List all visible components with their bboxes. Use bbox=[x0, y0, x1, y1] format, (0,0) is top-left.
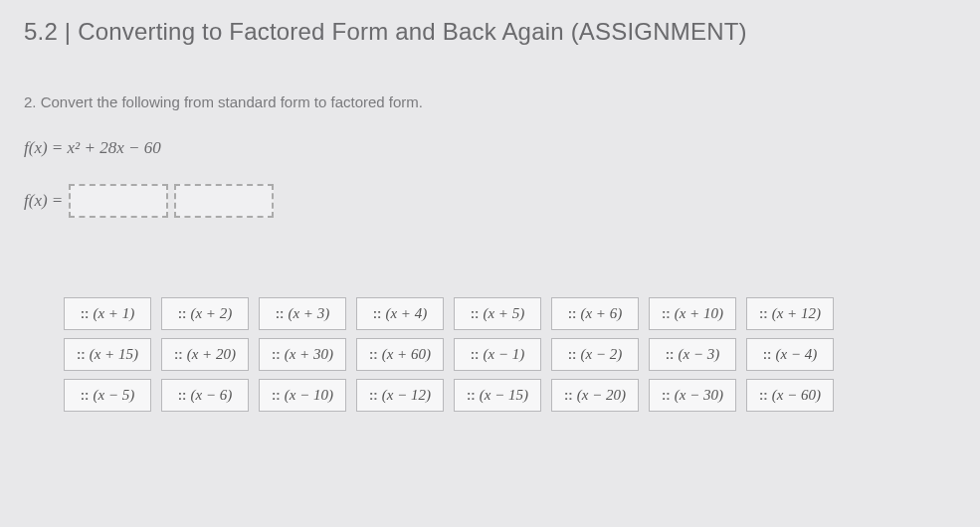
tile[interactable]: ::(x + 60) bbox=[356, 338, 444, 371]
given-formula: f(x) = x² + 28x − 60 bbox=[24, 138, 956, 158]
drag-handle-icon: :: bbox=[759, 388, 768, 403]
tile-label: (x − 30) bbox=[675, 387, 723, 403]
tile-label: (x + 60) bbox=[382, 346, 431, 362]
tile[interactable]: ::(x + 5) bbox=[454, 297, 541, 330]
tile-label: (x − 20) bbox=[577, 387, 626, 403]
tile-label: (x − 5) bbox=[93, 387, 134, 403]
drag-handle-icon: :: bbox=[77, 347, 86, 362]
tile-label: (x + 6) bbox=[580, 305, 622, 321]
tile-label: (x + 12) bbox=[772, 305, 821, 321]
tile[interactable]: ::(x − 3) bbox=[649, 338, 736, 371]
tile-label: (x + 3) bbox=[288, 305, 329, 321]
drag-handle-icon: :: bbox=[81, 388, 90, 403]
drag-handle-icon: :: bbox=[276, 306, 285, 321]
tile[interactable]: ::(x − 4) bbox=[746, 338, 834, 371]
tile-label: (x − 3) bbox=[678, 346, 719, 362]
tile[interactable]: ::(x + 10) bbox=[649, 297, 736, 330]
drop-zone-1[interactable] bbox=[69, 184, 168, 218]
tile[interactable]: ::(x − 12) bbox=[356, 379, 444, 412]
tile[interactable]: ::(x − 15) bbox=[454, 379, 541, 412]
tile[interactable]: ::(x − 30) bbox=[649, 379, 736, 412]
drag-handle-icon: :: bbox=[568, 347, 577, 362]
tile[interactable]: ::(x − 10) bbox=[259, 379, 346, 412]
tile[interactable]: ::(x + 1) bbox=[64, 297, 151, 330]
tile-label: (x + 4) bbox=[385, 305, 427, 321]
tile-label: (x + 5) bbox=[483, 305, 524, 321]
tile[interactable]: ::(x + 20) bbox=[161, 338, 249, 371]
drag-handle-icon: :: bbox=[373, 306, 382, 321]
tile[interactable]: ::(x + 30) bbox=[259, 338, 346, 371]
tile[interactable]: ::(x − 20) bbox=[551, 379, 639, 412]
answer-row: f(x) = bbox=[24, 184, 956, 218]
tile[interactable]: ::(x − 1) bbox=[454, 338, 541, 371]
tile-label: (x + 30) bbox=[285, 346, 333, 362]
question-text: Convert the following from standard form… bbox=[41, 93, 423, 110]
drag-handle-icon: :: bbox=[471, 306, 480, 321]
tile-label: (x − 1) bbox=[483, 346, 524, 362]
tile[interactable]: ::(x + 4) bbox=[356, 297, 444, 330]
tiles-row-3: ::(x − 5) ::(x − 6) ::(x − 10) ::(x − 12… bbox=[64, 379, 956, 412]
tile-label: (x − 15) bbox=[480, 387, 528, 403]
question-prompt: 2. Convert the following from standard f… bbox=[24, 93, 956, 110]
tiles-container: ::(x + 1) ::(x + 2) ::(x + 3) ::(x + 4) … bbox=[24, 297, 956, 412]
tile-label: (x + 1) bbox=[93, 305, 134, 321]
page-title: 5.2 | Converting to Factored Form and Ba… bbox=[24, 18, 956, 46]
tile-label: (x + 15) bbox=[90, 346, 138, 362]
drag-handle-icon: :: bbox=[272, 388, 281, 403]
tile-label: (x + 20) bbox=[187, 346, 236, 362]
drag-handle-icon: :: bbox=[369, 347, 378, 362]
drag-handle-icon: :: bbox=[178, 388, 187, 403]
drag-handle-icon: :: bbox=[178, 306, 187, 321]
drag-handle-icon: :: bbox=[763, 347, 772, 362]
drag-handle-icon: :: bbox=[272, 347, 281, 362]
tile[interactable]: ::(x + 12) bbox=[746, 297, 834, 330]
drag-handle-icon: :: bbox=[662, 388, 671, 403]
tile-label: (x − 2) bbox=[580, 346, 622, 362]
drag-handle-icon: :: bbox=[759, 306, 768, 321]
drag-handle-icon: :: bbox=[369, 388, 378, 403]
tile[interactable]: ::(x + 2) bbox=[161, 297, 249, 330]
tile[interactable]: ::(x − 2) bbox=[551, 338, 639, 371]
drag-handle-icon: :: bbox=[174, 347, 183, 362]
drag-handle-icon: :: bbox=[568, 306, 577, 321]
drag-handle-icon: :: bbox=[662, 306, 671, 321]
tile[interactable]: ::(x + 6) bbox=[551, 297, 639, 330]
tiles-row-1: ::(x + 1) ::(x + 2) ::(x + 3) ::(x + 4) … bbox=[64, 297, 956, 330]
tile-label: (x + 10) bbox=[675, 305, 723, 321]
tile-label: (x − 60) bbox=[772, 387, 821, 403]
tile[interactable]: ::(x + 3) bbox=[259, 297, 346, 330]
tile[interactable]: ::(x − 6) bbox=[161, 379, 249, 412]
drag-handle-icon: :: bbox=[666, 347, 675, 362]
tiles-row-2: ::(x + 15) ::(x + 20) ::(x + 30) ::(x + … bbox=[64, 338, 956, 371]
tile-label: (x − 4) bbox=[775, 346, 817, 362]
tile[interactable]: ::(x − 5) bbox=[64, 379, 151, 412]
tile-label: (x − 12) bbox=[382, 387, 431, 403]
tile-label: (x + 2) bbox=[190, 305, 232, 321]
question-number: 2. bbox=[24, 93, 37, 110]
tile-label: (x − 6) bbox=[190, 387, 232, 403]
drag-handle-icon: :: bbox=[81, 306, 90, 321]
drag-handle-icon: :: bbox=[467, 388, 476, 403]
answer-prefix: f(x) = bbox=[24, 191, 63, 211]
tile[interactable]: ::(x + 15) bbox=[64, 338, 151, 371]
tile-label: (x − 10) bbox=[285, 387, 333, 403]
drag-handle-icon: :: bbox=[471, 347, 480, 362]
tile[interactable]: ::(x − 60) bbox=[746, 379, 834, 412]
drag-handle-icon: :: bbox=[564, 388, 573, 403]
drop-zone-2[interactable] bbox=[174, 184, 274, 218]
